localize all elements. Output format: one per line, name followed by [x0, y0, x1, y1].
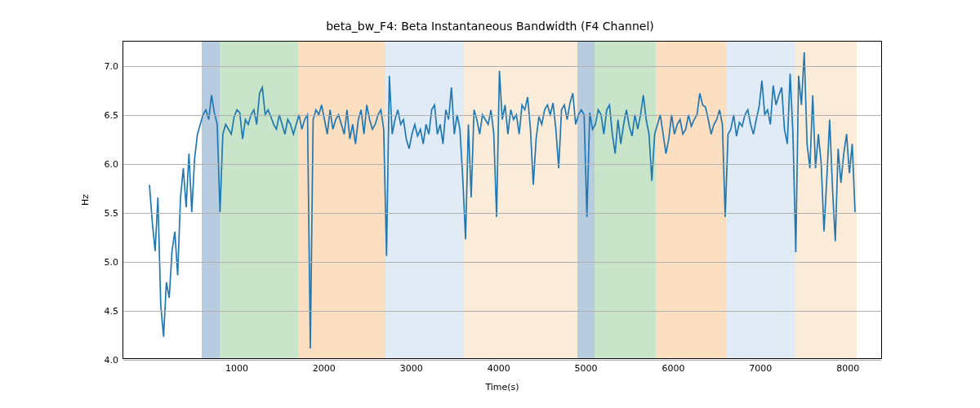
chart-title: beta_bw_F4: Beta Instantaneous Bandwidth… [0, 20, 980, 33]
x-axis-label: Time(s) [485, 382, 519, 392]
x-tick-label: 6000 [662, 358, 684, 374]
gridline [123, 262, 881, 263]
gridline [123, 311, 881, 312]
y-tick-label: 6.0 [105, 159, 124, 170]
y-tick-label: 5.0 [105, 257, 124, 268]
x-tick-label: 7000 [749, 358, 772, 374]
x-tick-label: 3000 [400, 358, 423, 374]
gridline [123, 213, 881, 214]
series-path [149, 52, 855, 348]
x-tick-label: 4000 [488, 358, 510, 374]
x-tick-label: 8000 [836, 358, 859, 374]
y-tick-label: 5.5 [105, 208, 124, 219]
axes: 4.04.55.05.56.06.57.01000200030004000500… [122, 41, 882, 359]
y-tick-label: 7.0 [105, 61, 124, 72]
y-axis-label: Hz [80, 194, 91, 206]
gridline [123, 164, 881, 165]
gridline [123, 66, 881, 67]
y-tick-label: 4.5 [105, 306, 124, 317]
x-tick-label: 2000 [313, 358, 336, 374]
gridline [123, 115, 881, 116]
x-tick-label: 1000 [225, 358, 248, 374]
figure: beta_bw_F4: Beta Instantaneous Bandwidth… [0, 0, 980, 408]
x-tick-label: 5000 [575, 358, 598, 374]
y-tick-label: 6.5 [105, 110, 124, 121]
y-tick-label: 4.0 [105, 355, 124, 366]
